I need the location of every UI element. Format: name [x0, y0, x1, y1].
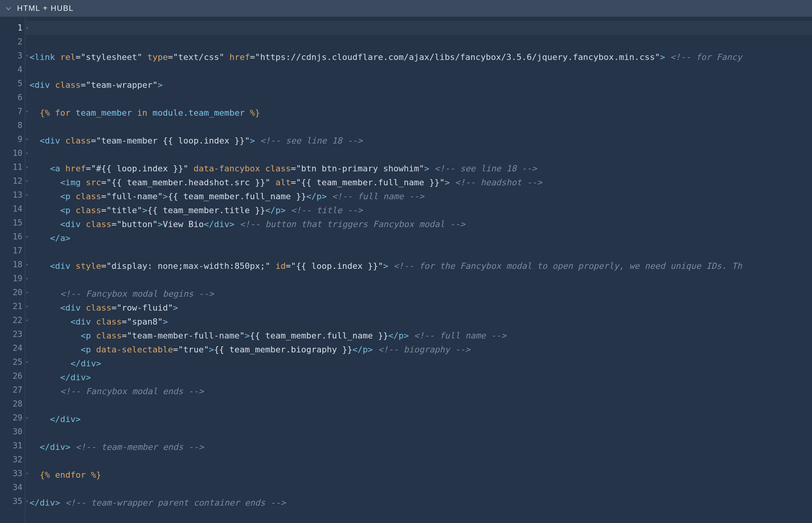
line-number[interactable]: 4 [0, 63, 25, 77]
line-number[interactable]: 28 [0, 397, 25, 411]
code-token: link [34, 52, 55, 62]
line-number[interactable]: 7▾ [0, 104, 25, 118]
code-line[interactable] [26, 482, 812, 496]
code-line[interactable] [26, 64, 812, 78]
line-number[interactable]: 25▾ [0, 355, 25, 369]
code-line[interactable] [26, 273, 812, 287]
code-line[interactable]: <!-- Fancybox modal begins --> [26, 287, 812, 301]
line-number-gutter[interactable]: 1▾23▾4567▾89▾10▾11▾12▾13▾141516▾1718▾19▾… [0, 17, 26, 523]
code-line[interactable] [26, 92, 812, 106]
code-line[interactable]: <p class="team-member-full-name">{{ team… [26, 328, 812, 342]
code-line[interactable]: {% for team_member in module.team_member… [26, 106, 812, 120]
code-token: < [60, 303, 65, 313]
code-token: =" [168, 52, 178, 62]
line-number[interactable]: 8 [0, 118, 25, 132]
code-token: =" [291, 164, 302, 173]
line-number[interactable]: 1▾ [0, 21, 25, 35]
code-token: div [34, 80, 50, 90]
line-number[interactable]: 23 [0, 327, 25, 341]
line-number[interactable]: 34 [0, 480, 25, 494]
line-number[interactable]: 32 [0, 453, 25, 467]
code-token: class [86, 303, 111, 313]
code-line[interactable]: <p class="title">{{ team_member.title }}… [26, 203, 812, 217]
line-number[interactable]: 18▾ [0, 258, 25, 272]
line-number[interactable]: 27 [0, 383, 25, 397]
code-line[interactable]: <div class="team-wrapper"> [26, 78, 812, 92]
code-token: > [158, 80, 163, 90]
code-line[interactable] [26, 426, 812, 440]
code-line[interactable] [26, 120, 812, 133]
line-number[interactable]: 3▾ [0, 49, 25, 63]
code-line[interactable]: </div> [26, 370, 812, 384]
code-line[interactable] [26, 454, 812, 468]
code-line[interactable] [26, 398, 812, 412]
code-line[interactable]: <div style="display: none;max-width:850p… [26, 259, 812, 273]
code-line[interactable] [26, 147, 812, 161]
code-token: " [245, 136, 250, 145]
code-token [29, 345, 81, 354]
code-line[interactable]: <link rel="stylesheet" type="text/css" h… [26, 50, 812, 64]
code-line[interactable]: <div class="span8"> [26, 314, 812, 328]
code-line[interactable]: </div> <!-- team-member ends --> [26, 440, 812, 454]
line-number[interactable]: 19▾ [0, 272, 25, 285]
line-number[interactable]: 15 [0, 216, 25, 230]
code-token: <!-- see line 18 --> [260, 136, 363, 145]
line-number[interactable]: 12▾ [0, 174, 25, 188]
code-line[interactable]: </div> [26, 356, 812, 370]
code-line[interactable]: <p data-selectable="true">{{ team_member… [26, 342, 812, 356]
chevron-down-icon[interactable] [5, 5, 12, 12]
code-token: class [75, 191, 101, 201]
line-number[interactable]: 20▾ [0, 285, 25, 299]
line-number[interactable]: 29▾ [0, 411, 25, 425]
code-token: {{ loop.index }} [101, 164, 183, 173]
code-line[interactable]: <img src="{{ team_member.headshot.src }}… [26, 175, 812, 189]
code-line[interactable]: <a href="#{{ loop.index }}" data-fancybo… [26, 161, 812, 175]
panel-header[interactable]: HTML + HUBL [0, 0, 812, 17]
line-number[interactable]: 24 [0, 341, 25, 355]
code-token [29, 289, 60, 299]
code-line[interactable]: </a> [26, 231, 812, 245]
code-token: < [29, 80, 34, 90]
code-line[interactable]: <!-- Fancybox modal ends --> [26, 384, 812, 398]
line-number[interactable]: 35▾ [0, 494, 25, 508]
line-number[interactable]: 2 [0, 35, 25, 49]
code-token: > [96, 359, 101, 368]
code-token: p [65, 191, 70, 201]
code-line[interactable]: <p class="full-name">{{ team_member.full… [26, 189, 812, 203]
line-number[interactable]: 33▾ [0, 467, 25, 480]
code-content[interactable]: <link rel="stylesheet" type="text/css" h… [26, 17, 812, 523]
line-number[interactable]: 6 [0, 91, 25, 104]
code-token [91, 317, 96, 326]
code-token: " [240, 331, 245, 340]
code-line[interactable]: {% endfor %} [26, 468, 812, 482]
code-line[interactable]: <div class="team-member {{ loop.index }}… [26, 133, 812, 147]
line-number[interactable]: 30 [0, 425, 25, 439]
line-number[interactable]: 9▾ [0, 132, 25, 146]
code-token: View Bio [163, 219, 204, 229]
code-line[interactable]: </div> <!-- team-wrapper parent containe… [26, 496, 812, 509]
line-number[interactable]: 16▾ [0, 230, 25, 244]
line-number[interactable]: 13▾ [0, 188, 25, 202]
code-token: < [60, 178, 65, 187]
line-number[interactable]: 31 [0, 439, 25, 453]
line-number[interactable]: 17 [0, 244, 25, 258]
line-number[interactable]: 21▾ [0, 299, 25, 313]
code-line[interactable]: </div> [26, 412, 812, 426]
code-line[interactable] [26, 245, 812, 259]
code-token: {{ team_member.full_name }} [301, 178, 440, 187]
code-token: " [158, 317, 163, 326]
code-line[interactable] [26, 509, 812, 523]
line-number[interactable]: 14 [0, 202, 25, 216]
code-token: div [55, 261, 70, 271]
line-number[interactable]: 10▾ [0, 146, 25, 160]
line-number[interactable]: 22▾ [0, 313, 25, 327]
code-token: <!-- for Fancy [670, 52, 742, 62]
line-number[interactable]: 11▾ [0, 160, 25, 174]
line-number[interactable]: 26 [0, 369, 25, 383]
code-token: > [250, 136, 255, 145]
line-number[interactable]: 5 [0, 77, 25, 91]
code-token: button [122, 219, 152, 229]
code-token [60, 498, 65, 508]
code-line[interactable]: <div class="button">View Bio</div> <!-- … [26, 217, 812, 231]
code-line[interactable]: <div class="row-fluid"> [26, 301, 812, 314]
